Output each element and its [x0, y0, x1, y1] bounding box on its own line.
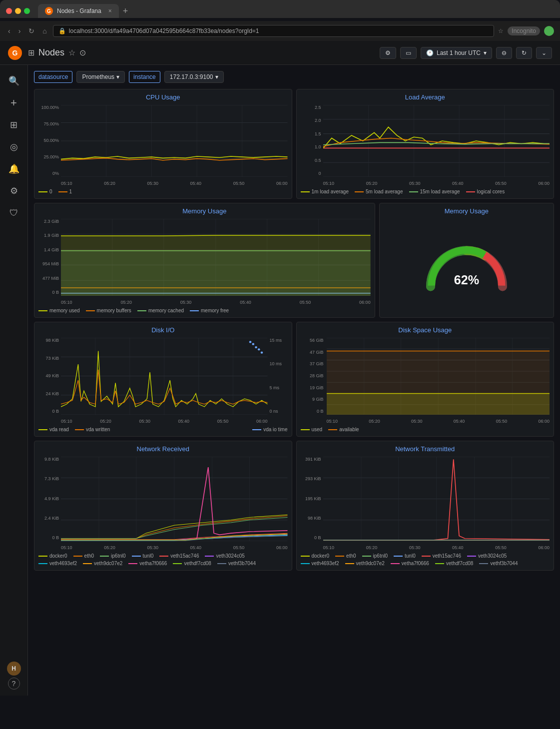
net-tx-svg [323, 457, 550, 541]
legend-item: memory free [190, 308, 229, 313]
legend-item: logical cores [466, 189, 505, 194]
legend-line [38, 191, 47, 192]
tab-favicon: G [45, 7, 53, 15]
sidebar: 🔍 + ⊞ ◎ 🔔 ⚙ 🛡 H ? [0, 65, 28, 696]
topbar-title-section: ⊞ Nodes ☆ ⊙ [28, 47, 374, 58]
minimize-traffic-light[interactable] [15, 8, 21, 14]
disk-io-y-left: 98 KiB 73 KiB 49 KiB 24 KiB 0 B [38, 338, 61, 414]
svg-point-47 [258, 348, 260, 350]
forward-button[interactable]: › [16, 25, 23, 37]
bookmark-icon[interactable]: ☆ [498, 27, 504, 34]
avatar[interactable]: H [7, 662, 21, 676]
load-y-axis: 2.5 2.0 1.5 1.0 0.5 0 [301, 105, 323, 176]
browser-chrome: G Nodes - Grafana × + [0, 0, 560, 18]
net-recv-legend: docker0 eth0 ip6tnl0 tunl0 veth15ac746 v… [38, 553, 288, 566]
maximize-traffic-light[interactable] [24, 8, 30, 14]
row-4: Network Received 9.8 KiB 7.3 KiB 4.9 KiB… [34, 441, 554, 571]
legend-line [355, 191, 364, 192]
refresh-dashboard-button[interactable]: ↻ [516, 47, 532, 59]
legend-item: memory buffers [86, 308, 131, 313]
legend-line [38, 310, 47, 311]
load-legend: 1m load average 5m load average 15m load… [301, 189, 550, 194]
star-icon[interactable]: ☆ [68, 48, 75, 57]
disk-io-chart: 98 KiB 73 KiB 49 KiB 24 KiB 0 B 15 ms 10… [38, 338, 288, 424]
browser-nav: ‹ › ↻ ⌂ 🔒 localhost:3000/d/fa49a4706d07a… [0, 21, 560, 41]
memory-chart-inner [61, 219, 371, 296]
disk-space-panel: Disk Space Usage 56 GiB 47 GiB 37 GiB 28… [296, 322, 555, 437]
profile-circle[interactable] [544, 26, 554, 36]
legend-line [190, 310, 199, 311]
cpu-chart-svg [61, 105, 288, 177]
legend-item: used [301, 427, 323, 432]
browser-tab[interactable]: G Nodes - Grafana × [38, 4, 119, 18]
disk-space-legend: used available [301, 427, 550, 432]
legend-item: 0 [38, 189, 52, 194]
legend-line [137, 310, 146, 311]
display-button[interactable]: ▭ [400, 47, 417, 59]
sidebar-item-settings[interactable]: ⚙ [4, 181, 24, 201]
legend-line [466, 191, 475, 192]
legend-item: 1 [58, 189, 72, 194]
sidebar-item-shield[interactable]: 🛡 [4, 203, 24, 223]
sidebar-item-help[interactable]: ? [8, 678, 20, 690]
cpu-y-axis: 100.00% 75.00% 50.00% 25.00% 0% [38, 105, 61, 176]
disk-io-x-axis: 05:1005:2005:3005:4005:5006:00 [61, 419, 268, 424]
legend-line [38, 429, 47, 430]
row-1: CPU Usage 100.00% 75.00% 50.00% 25.00% 0… [34, 89, 554, 199]
legend-item: available [328, 427, 359, 432]
cpu-x-axis: 05:1005:2005:3005:4005:5006:00 [61, 181, 288, 186]
disk-io-y-right: 15 ms 10 ms 5 ms 0 ns [268, 338, 288, 414]
display-icon: ▭ [406, 49, 411, 56]
row-2: Memory Usage 2.3 GiB 1.9 GiB 1.4 GiB 954… [34, 203, 554, 318]
share-icon[interactable]: ⊙ [79, 48, 86, 57]
legend-item: memory cached [137, 308, 184, 313]
cpu-usage-panel: CPU Usage 100.00% 75.00% 50.00% 25.00% 0… [34, 89, 292, 199]
cpu-legend: 0 1 [38, 189, 288, 194]
address-bar[interactable]: 🔒 localhost:3000/d/fa49a4706d07a042595b6… [53, 25, 494, 37]
sidebar-item-search[interactable]: 🔍 [4, 71, 24, 91]
instance-chevron-icon: ▾ [215, 73, 218, 80]
svg-point-44 [249, 341, 252, 343]
legend-line [58, 191, 67, 192]
close-traffic-light[interactable] [6, 8, 12, 14]
disk-io-chart-inner [61, 338, 268, 415]
sidebar-item-explore[interactable]: ◎ [4, 137, 24, 157]
topbar-actions: ⚙ ▭ 🕐 Last 1 hour UTC ▾ ⊖ ↻ ⌄ [380, 47, 552, 59]
memory-usage-title: Memory Usage [38, 207, 371, 215]
legend-line [301, 429, 310, 430]
instance-dropdown[interactable]: 172.17.0.3:9100 ▾ [164, 71, 224, 83]
page-title: Nodes [38, 47, 64, 58]
more-button[interactable]: ⌄ [536, 47, 552, 59]
memory-legend: memory used memory buffers memory cached [38, 308, 371, 313]
incognito-badge: Incognito [508, 26, 540, 35]
legend-item: 1m load average [301, 189, 349, 194]
refresh-button[interactable]: ↻ [26, 25, 36, 37]
sidebar-item-alerting[interactable]: 🔔 [4, 159, 24, 179]
back-button[interactable]: ‹ [6, 25, 12, 37]
new-tab-button[interactable]: + [123, 6, 128, 16]
sidebar-item-add[interactable]: + [4, 93, 24, 113]
zoom-out-button[interactable]: ⊖ [496, 47, 512, 59]
instance-filter-label: instance [129, 71, 160, 83]
net-recv-svg [61, 457, 288, 541]
cpu-chart-inner [61, 105, 288, 177]
home-button[interactable]: ⌂ [40, 25, 48, 37]
load-average-title: Load Average [301, 93, 550, 101]
disk-space-title: Disk Space Usage [301, 326, 550, 334]
legend-line [252, 429, 261, 430]
datasource-dropdown[interactable]: Prometheus ▾ [76, 71, 125, 83]
memory-chart-svg [61, 219, 371, 296]
disk-io-title: Disk I/O [38, 326, 288, 334]
load-chart-inner [323, 105, 550, 177]
network-transmitted-chart: 391 KiB 293 KiB 195 KiB 98 KiB 0 B [301, 457, 550, 550]
dashboard-grid: CPU Usage 100.00% 75.00% 50.00% 25.00% 0… [34, 89, 554, 571]
legend-item: memory used [38, 308, 80, 313]
settings-button[interactable]: ⚙ [380, 47, 396, 59]
svg-text:62%: 62% [454, 273, 479, 287]
sidebar-item-dashboards[interactable]: ⊞ [4, 115, 24, 135]
chevron-down-icon: ▾ [484, 49, 487, 56]
gauge-svg: 62% [422, 236, 512, 296]
disk-io-panel: Disk I/O 98 KiB 73 KiB 49 KiB 24 KiB 0 B… [34, 322, 292, 437]
time-range-button[interactable]: 🕐 Last 1 hour UTC ▾ [421, 47, 492, 59]
tab-close-btn[interactable]: × [108, 7, 112, 14]
